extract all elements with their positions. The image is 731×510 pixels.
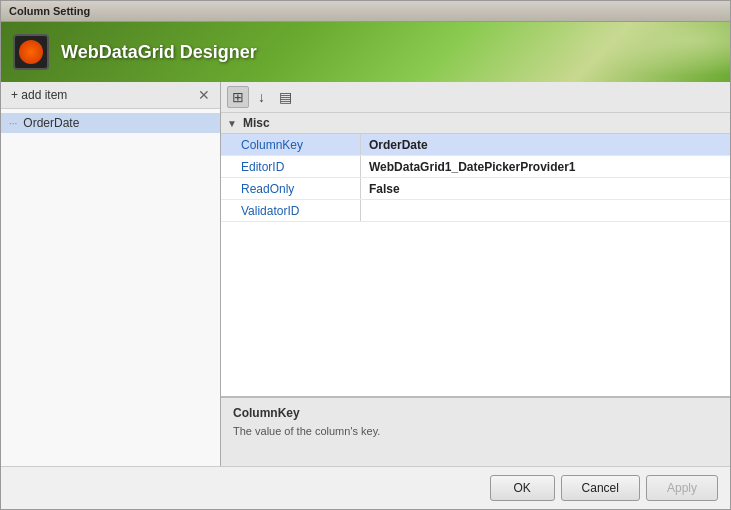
property-grid: ▼ Misc ColumnKey OrderDate EditorID [221,113,730,396]
prop-name-editorid: EditorID [221,156,361,177]
categorized-icon: ⊞ [232,89,244,105]
prop-row-columnkey[interactable]: ColumnKey OrderDate [221,134,730,156]
list-item-label: OrderDate [23,116,79,130]
description-panel: ColumnKey The value of the column's key. [221,396,730,466]
prop-value-editorid[interactable]: WebDataGrid1_DatePickerProvider1 [361,156,730,177]
property-icon: ▤ [279,89,292,105]
property-view-button[interactable]: ▤ [274,86,297,108]
add-item-label: + add item [11,88,67,102]
close-button[interactable]: ✕ [194,86,214,104]
categorized-view-button[interactable]: ⊞ [227,86,249,108]
apply-button[interactable]: Apply [646,475,718,501]
title-bar: Column Setting [1,1,730,22]
items-list: ··· OrderDate [1,109,220,466]
right-toolbar: ⊞ ↓ ▤ [221,82,730,113]
left-panel: + add item ✕ ··· OrderDate [1,82,221,466]
prop-name-columnkey: ColumnKey [221,134,361,155]
content-area: + add item ✕ ··· OrderDate ⊞ ↓ [1,82,730,466]
cancel-button[interactable]: Cancel [561,475,640,501]
prop-value-validatorid[interactable] [361,200,730,221]
description-text: The value of the column's key. [233,424,718,439]
logo-icon [19,40,43,64]
description-title: ColumnKey [233,406,718,420]
prop-value-readonly[interactable]: False [361,178,730,199]
collapse-icon[interactable]: ▼ [227,118,237,129]
group-header: ▼ Misc [221,113,730,134]
prop-name-readonly: ReadOnly [221,178,361,199]
ok-button[interactable]: OK [490,475,555,501]
add-item-button[interactable]: + add item [7,86,71,104]
prop-value-columnkey[interactable]: OrderDate [361,134,730,155]
designer-title: WebDataGrid Designer [61,42,257,63]
window-title: Column Setting [9,5,90,17]
prop-row-readonly[interactable]: ReadOnly False [221,178,730,200]
sorted-icon: ↓ [258,89,265,105]
right-panel: ⊞ ↓ ▤ ▼ Misc ColumnKey [221,82,730,466]
main-window: Column Setting WebDataGrid Designer + ad… [0,0,731,510]
prop-name-validatorid: ValidatorID [221,200,361,221]
sorted-view-button[interactable]: ↓ [253,86,270,108]
designer-logo [13,34,49,70]
group-name: Misc [243,116,270,130]
designer-header: WebDataGrid Designer [1,22,730,82]
left-toolbar: + add item ✕ [1,82,220,109]
list-item[interactable]: ··· OrderDate [1,113,220,133]
item-bullet: ··· [9,118,17,129]
prop-row-validatorid[interactable]: ValidatorID [221,200,730,222]
prop-row-editorid[interactable]: EditorID WebDataGrid1_DatePickerProvider… [221,156,730,178]
bottom-area: OK Cancel Apply [1,466,730,509]
